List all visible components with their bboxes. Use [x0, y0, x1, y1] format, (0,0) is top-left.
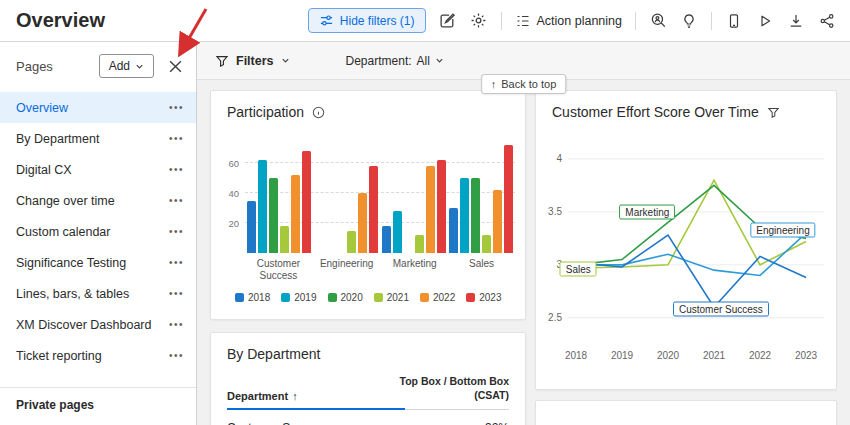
legend-label: 2018 [248, 292, 270, 303]
department-filter[interactable]: Department: All [346, 54, 444, 68]
item-options-icon[interactable]: ••• [169, 164, 184, 175]
filter-funnel-icon[interactable] [767, 106, 780, 119]
item-options-icon[interactable]: ••• [169, 133, 184, 144]
x-axis-label: Marketing [381, 258, 448, 281]
legend-label: 2019 [294, 292, 316, 303]
hide-filters-label: Hide filters (1) [340, 14, 415, 28]
bar-marketing-2023[interactable] [437, 160, 446, 253]
svg-text:4: 4 [556, 153, 562, 164]
bar-customer-success-2019[interactable] [258, 160, 267, 253]
legend-swatch [235, 293, 244, 302]
bar-marketing-2018[interactable] [382, 226, 391, 253]
sort-asc-icon: ↑ [292, 390, 298, 402]
action-planning-label: Action planning [537, 14, 622, 28]
bar-customer-success-2020[interactable] [269, 178, 278, 253]
user-search-icon[interactable] [649, 12, 667, 30]
line-engineering[interactable] [576, 233, 806, 275]
header-divider [501, 12, 502, 30]
sidebar-item-ticket-reporting[interactable]: Ticket reporting••• [0, 340, 196, 371]
sidebar-item-by-department[interactable]: By Department••• [0, 123, 196, 154]
item-options-icon[interactable]: ••• [169, 102, 184, 113]
item-options-icon[interactable]: ••• [169, 350, 184, 361]
sidebar-item-label: Digital CX [16, 163, 72, 177]
series-label-sales[interactable]: Sales [560, 262, 597, 277]
participation-title: Participation [227, 104, 304, 120]
bar-sales-2018[interactable] [449, 208, 458, 253]
item-options-icon[interactable]: ••• [169, 257, 184, 268]
by-department-card: By Department Department ↑ Top Box / Bot… [210, 332, 526, 425]
bar-sales-2023[interactable] [504, 145, 513, 253]
bar-marketing-2022[interactable] [426, 166, 435, 253]
ces-line-chart-wrap: 2.533.54201820192020202120222023SalesMar… [542, 127, 832, 369]
info-icon[interactable] [312, 106, 325, 119]
legend-item-2019[interactable]: 2019 [281, 292, 316, 303]
bar-customer-success-2022[interactable] [291, 175, 300, 253]
series-label-engineering[interactable]: Engineering [750, 222, 815, 237]
bar-marketing-2021[interactable] [415, 235, 424, 253]
sidebar-item-lines-bars-tables[interactable]: Lines, bars, & tables••• [0, 278, 196, 309]
item-options-icon[interactable]: ••• [169, 288, 184, 299]
sidebar-item-xm-discover-dashboard[interactable]: XM Discover Dashboard••• [0, 309, 196, 340]
bar-sales-2019[interactable] [460, 178, 469, 253]
legend-item-2020[interactable]: 2020 [328, 292, 363, 303]
bar-customer-success-2018[interactable] [247, 201, 256, 253]
legend-item-2022[interactable]: 2022 [420, 292, 455, 303]
sidebar-item-label: Ticket reporting [16, 349, 102, 363]
legend-swatch [420, 293, 429, 302]
bar-engineering-2023[interactable] [369, 166, 378, 253]
item-options-icon[interactable]: ••• [169, 319, 184, 330]
add-page-button[interactable]: Add [99, 54, 154, 78]
svg-text:2.5: 2.5 [548, 312, 562, 323]
sidebar-item-label: By Department [16, 132, 99, 146]
sidebar-item-digital-cx[interactable]: Digital CX••• [0, 154, 196, 185]
sidebar-item-change-over-time[interactable]: Change over time••• [0, 185, 196, 216]
sidebar-item-custom-calendar[interactable]: Custom calendar••• [0, 216, 196, 247]
settings-gear-icon[interactable] [470, 12, 488, 30]
item-options-icon[interactable]: ••• [169, 195, 184, 206]
sidebar-item-overview[interactable]: Overview••• [0, 92, 196, 123]
item-options-icon[interactable]: ••• [169, 226, 184, 237]
action-planning-button[interactable]: Action planning [515, 13, 622, 29]
sidebar-item-significance-testing[interactable]: Significance Testing••• [0, 247, 196, 278]
lightbulb-icon[interactable] [680, 12, 698, 30]
filters-button[interactable]: Filters [215, 54, 290, 68]
legend-item-2021[interactable]: 2021 [374, 292, 409, 303]
bar-sales-2021[interactable] [482, 235, 491, 253]
series-label-marketing[interactable]: Marketing [619, 204, 675, 219]
mobile-preview-icon[interactable] [725, 12, 743, 30]
chevron-down-icon [281, 56, 290, 65]
unpin-panel-icon[interactable] [164, 55, 186, 77]
bar-sales-2020[interactable] [471, 178, 480, 253]
legend-label: 2020 [341, 292, 363, 303]
x-axis-label: Engineering [312, 258, 381, 281]
hide-filters-button[interactable]: Hide filters (1) [308, 8, 426, 33]
legend-swatch [466, 293, 475, 302]
legend-item-2018[interactable]: 2018 [235, 292, 270, 303]
next-widget-card [535, 400, 837, 425]
share-icon[interactable] [818, 12, 836, 30]
line-customer-success[interactable] [576, 235, 806, 307]
svg-text:2018: 2018 [565, 350, 588, 361]
ces-line-chart: 2.533.54201820192020202120222023 [542, 127, 830, 369]
participation-bar-plot: 204060 [245, 141, 515, 253]
chevron-down-icon [435, 56, 444, 65]
bar-engineering-2021[interactable] [347, 231, 356, 253]
play-icon[interactable] [756, 12, 774, 30]
download-icon[interactable] [787, 12, 805, 30]
bar-sales-2022[interactable] [493, 190, 502, 253]
csat-column-header[interactable]: Top Box / Bottom Box (CSAT) [397, 375, 509, 402]
back-to-top-button[interactable]: ↑ Back to top [481, 74, 567, 94]
department-column-header[interactable]: Department ↑ [227, 390, 397, 402]
add-button-label: Add [109, 59, 130, 73]
legend-label: 2021 [387, 292, 409, 303]
legend-item-2023[interactable]: 2023 [466, 292, 501, 303]
table-row[interactable]: Customer Success32% [227, 410, 509, 425]
bar-engineering-2022[interactable] [358, 193, 367, 253]
bar-customer-success-2023[interactable] [302, 151, 311, 253]
bar-customer-success-2021[interactable] [280, 226, 289, 253]
pages-title: Pages [16, 59, 89, 74]
participation-card: Participation 204060 Customer SuccessEng… [210, 90, 526, 320]
edit-icon[interactable] [439, 12, 457, 30]
bar-marketing-2019[interactable] [393, 211, 402, 253]
series-label-customer-success[interactable]: Customer Success [673, 302, 769, 317]
